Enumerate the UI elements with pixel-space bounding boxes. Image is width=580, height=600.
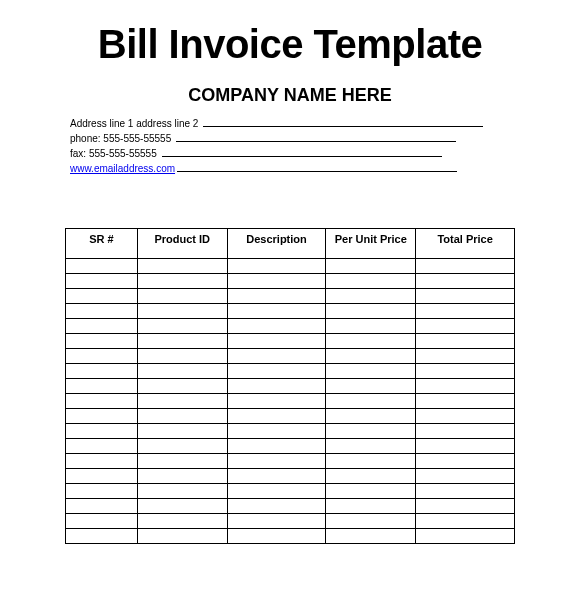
table-cell <box>137 259 227 274</box>
table-row <box>66 289 515 304</box>
table-cell <box>227 319 326 334</box>
table-cell <box>326 334 416 349</box>
col-per-unit-price: Per Unit Price <box>326 229 416 259</box>
table-cell <box>326 469 416 484</box>
table-cell <box>227 439 326 454</box>
table-cell <box>137 529 227 544</box>
table-row <box>66 259 515 274</box>
table-cell <box>416 319 515 334</box>
table-cell <box>66 349 138 364</box>
table-header-row: SR # Product ID Description Per Unit Pri… <box>66 229 515 259</box>
invoice-table-wrap: SR # Product ID Description Per Unit Pri… <box>40 228 540 544</box>
table-cell <box>66 529 138 544</box>
table-cell <box>416 289 515 304</box>
phone-line: phone: 555-555-55555 <box>70 131 540 146</box>
table-cell <box>416 334 515 349</box>
table-cell <box>66 439 138 454</box>
table-row <box>66 334 515 349</box>
table-cell <box>326 529 416 544</box>
table-row <box>66 439 515 454</box>
table-cell <box>66 274 138 289</box>
email-line: www.emailaddress.com <box>70 161 540 176</box>
email-underline <box>177 162 457 172</box>
table-cell <box>416 514 515 529</box>
table-row <box>66 529 515 544</box>
company-name: COMPANY NAME HERE <box>40 85 540 106</box>
table-row <box>66 409 515 424</box>
table-cell <box>416 274 515 289</box>
email-link[interactable]: www.emailaddress.com <box>70 161 175 176</box>
table-cell <box>326 319 416 334</box>
table-cell <box>137 334 227 349</box>
table-cell <box>227 259 326 274</box>
table-cell <box>66 334 138 349</box>
phone-underline <box>176 132 456 142</box>
table-cell <box>227 409 326 424</box>
table-row <box>66 319 515 334</box>
table-cell <box>416 529 515 544</box>
table-cell <box>326 454 416 469</box>
table-row <box>66 364 515 379</box>
table-cell <box>137 469 227 484</box>
invoice-table: SR # Product ID Description Per Unit Pri… <box>65 228 515 544</box>
address-label: Address line 1 address line 2 <box>70 116 201 131</box>
table-cell <box>227 394 326 409</box>
table-cell <box>416 409 515 424</box>
table-cell <box>416 484 515 499</box>
table-row <box>66 394 515 409</box>
table-cell <box>137 394 227 409</box>
table-cell <box>227 469 326 484</box>
col-description: Description <box>227 229 326 259</box>
table-cell <box>416 499 515 514</box>
address-line: Address line 1 address line 2 <box>70 116 540 131</box>
col-total-price: Total Price <box>416 229 515 259</box>
table-cell <box>66 424 138 439</box>
table-cell <box>66 259 138 274</box>
table-cell <box>326 499 416 514</box>
table-cell <box>66 469 138 484</box>
phone-label: phone: 555-555-55555 <box>70 131 174 146</box>
table-cell <box>326 394 416 409</box>
table-cell <box>326 514 416 529</box>
table-cell <box>66 514 138 529</box>
table-row <box>66 349 515 364</box>
table-cell <box>137 304 227 319</box>
table-cell <box>66 484 138 499</box>
col-product-id: Product ID <box>137 229 227 259</box>
table-cell <box>326 424 416 439</box>
table-row <box>66 454 515 469</box>
table-row <box>66 514 515 529</box>
table-row <box>66 304 515 319</box>
fax-label: fax: 555-555-55555 <box>70 146 160 161</box>
table-cell <box>66 454 138 469</box>
table-cell <box>416 364 515 379</box>
table-row <box>66 484 515 499</box>
table-cell <box>326 274 416 289</box>
table-cell <box>66 499 138 514</box>
table-cell <box>227 529 326 544</box>
address-underline <box>203 117 483 127</box>
table-cell <box>416 454 515 469</box>
col-sr: SR # <box>66 229 138 259</box>
table-cell <box>227 334 326 349</box>
table-cell <box>227 274 326 289</box>
table-cell <box>137 454 227 469</box>
table-cell <box>137 319 227 334</box>
table-row <box>66 469 515 484</box>
table-cell <box>137 409 227 424</box>
table-cell <box>66 319 138 334</box>
table-cell <box>416 349 515 364</box>
table-cell <box>416 394 515 409</box>
table-cell <box>66 289 138 304</box>
table-cell <box>227 289 326 304</box>
table-cell <box>326 349 416 364</box>
table-cell <box>137 424 227 439</box>
table-cell <box>137 439 227 454</box>
table-cell <box>326 364 416 379</box>
table-cell <box>227 484 326 499</box>
table-row <box>66 379 515 394</box>
table-cell <box>227 514 326 529</box>
table-cell <box>66 379 138 394</box>
table-cell <box>227 364 326 379</box>
table-cell <box>66 394 138 409</box>
